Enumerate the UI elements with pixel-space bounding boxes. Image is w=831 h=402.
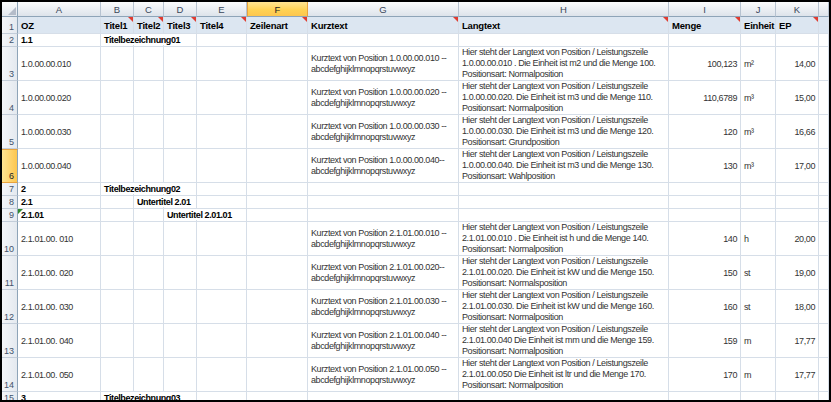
cell-i15[interactable] <box>669 392 741 402</box>
cell-e13[interactable] <box>197 324 247 358</box>
column-header-c[interactable]: C <box>134 2 164 17</box>
cell-k3-ep[interactable]: 14,00 <box>776 47 819 81</box>
cell-d9-title[interactable]: Untertitel 2.01.01 <box>164 209 197 222</box>
cell-a13-oz[interactable]: 2.1.01.00. 040 <box>18 324 101 358</box>
cell-j10-einheit[interactable]: h <box>741 222 776 256</box>
cell-g11-kurztext[interactable]: Kurztext von Position 2.1.01.00.020--abc… <box>308 256 459 290</box>
cell-d3[interactable] <box>164 47 197 81</box>
cell-f6-selected[interactable] <box>247 149 308 183</box>
cell-i8[interactable] <box>669 196 741 209</box>
cell-b2-title[interactable]: Titelbezeichnung01 <box>101 34 134 47</box>
cell-a15-oz[interactable]: 3 <box>18 392 101 402</box>
column-header-k[interactable]: K <box>776 2 819 17</box>
cell-e14[interactable] <box>197 358 247 392</box>
cell-b12[interactable] <box>101 290 134 324</box>
cell-g14-kurztext[interactable]: Kurztext von Position 2.1.01.00.050 --ab… <box>308 358 459 392</box>
row-header-15[interactable]: 15 <box>2 392 18 402</box>
cell-c10[interactable] <box>134 222 164 256</box>
cell-i13-menge[interactable]: 159 <box>669 324 741 358</box>
cell-a14-oz[interactable]: 2.1.01.00. 050 <box>18 358 101 392</box>
cell-l3[interactable] <box>819 47 829 81</box>
cell-l12[interactable] <box>819 290 829 324</box>
cell-k12-ep[interactable]: 18,00 <box>776 290 819 324</box>
cell-a9-oz[interactable]: 2.1.01 <box>18 209 101 222</box>
cell-c12[interactable] <box>134 290 164 324</box>
cell-k6-ep[interactable]: 17,00 <box>776 149 819 183</box>
cell-a10-oz[interactable]: 2.1.01.00. 010 <box>18 222 101 256</box>
row-header-9[interactable]: 9 <box>2 209 18 222</box>
row-header-13[interactable]: 13 <box>2 324 18 358</box>
cell-i6-menge[interactable]: 130 <box>669 149 741 183</box>
cell-j6-einheit[interactable]: m³ <box>741 149 776 183</box>
cell-c6[interactable] <box>134 149 164 183</box>
cell-f11[interactable] <box>247 256 308 290</box>
cell-b15-title[interactable]: Titelbezeichnung03 <box>101 392 134 402</box>
cell-l8[interactable] <box>819 196 829 209</box>
cell-g5-kurztext[interactable]: Kurztext von Position 1.0.00.00.030 --ab… <box>308 115 459 149</box>
cell-k1-ep-header[interactable]: EP <box>776 17 819 34</box>
cell-i1-menge-header[interactable]: Menge <box>669 17 741 34</box>
cell-h14-langtext[interactable]: Hier steht der Langtext von Position / L… <box>459 358 669 392</box>
cell-j8[interactable] <box>741 196 776 209</box>
cell-e12[interactable] <box>197 290 247 324</box>
cell-b4[interactable] <box>101 81 134 115</box>
row-header-6-selected[interactable]: 6 <box>2 149 18 183</box>
cell-h9[interactable] <box>459 209 669 222</box>
column-header-j[interactable]: J <box>741 2 776 17</box>
cell-e8[interactable] <box>197 196 247 209</box>
cell-e10[interactable] <box>197 222 247 256</box>
column-header-d[interactable]: D <box>164 2 197 17</box>
cell-f12[interactable] <box>247 290 308 324</box>
column-header-g[interactable]: G <box>308 2 459 17</box>
cell-g1-kurztext-header[interactable]: Kurztext <box>308 17 459 34</box>
cell-b7-title[interactable]: Titelbezeichnung02 <box>101 183 134 196</box>
cell-g2[interactable] <box>308 34 459 47</box>
select-all-button[interactable] <box>2 2 18 17</box>
column-header-a[interactable]: A <box>18 2 101 17</box>
cell-k10-ep[interactable]: 20,00 <box>776 222 819 256</box>
cell-i3-menge[interactable]: 100,123 <box>669 47 741 81</box>
column-header-e[interactable]: E <box>197 2 247 17</box>
cell-l7[interactable] <box>819 183 829 196</box>
cell-f1-zeilenart-header[interactable]: Zeilenart <box>247 17 308 34</box>
row-header-12[interactable]: 12 <box>2 290 18 324</box>
cell-c1-titel2-header[interactable]: Titel2 <box>134 17 164 34</box>
cell-d11[interactable] <box>164 256 197 290</box>
cell-f13[interactable] <box>247 324 308 358</box>
cell-h8[interactable] <box>459 196 669 209</box>
cell-f4[interactable] <box>247 81 308 115</box>
cell-f8[interactable] <box>247 196 308 209</box>
cell-l2[interactable] <box>819 34 829 47</box>
cell-j5-einheit[interactable]: m³ <box>741 115 776 149</box>
cell-k7[interactable] <box>776 183 819 196</box>
cell-b3[interactable] <box>101 47 134 81</box>
cell-h2[interactable] <box>459 34 669 47</box>
row-header-2[interactable]: 2 <box>2 34 18 47</box>
cell-e15[interactable] <box>197 392 247 402</box>
cell-f5[interactable] <box>247 115 308 149</box>
cell-f10[interactable] <box>247 222 308 256</box>
cell-a5-oz[interactable]: 1.0.00.00.030 <box>18 115 101 149</box>
cell-c5[interactable] <box>134 115 164 149</box>
cell-g9[interactable] <box>308 209 459 222</box>
cell-k11-ep[interactable]: 19,00 <box>776 256 819 290</box>
cell-h7[interactable] <box>459 183 669 196</box>
cell-i10-menge[interactable]: 140 <box>669 222 741 256</box>
cell-j4-einheit[interactable]: m³ <box>741 81 776 115</box>
cell-h12-langtext[interactable]: Hier steht der Langtext von Position / L… <box>459 290 669 324</box>
column-header-b[interactable]: B <box>101 2 134 17</box>
cell-c9[interactable] <box>134 209 164 222</box>
cell-b5[interactable] <box>101 115 134 149</box>
cell-i11-menge[interactable]: 150 <box>669 256 741 290</box>
cell-i4-menge[interactable]: 110,6789 <box>669 81 741 115</box>
cell-c8-title[interactable]: Untertitel 2.01 <box>134 196 164 209</box>
cell-h1-langtext-header[interactable]: Langtext <box>459 17 669 34</box>
cell-j3-einheit[interactable]: m² <box>741 47 776 81</box>
cell-l5[interactable] <box>819 115 829 149</box>
cell-k8[interactable] <box>776 196 819 209</box>
cell-k15[interactable] <box>776 392 819 402</box>
cell-d4[interactable] <box>164 81 197 115</box>
cell-c3[interactable] <box>134 47 164 81</box>
cell-b13[interactable] <box>101 324 134 358</box>
cell-g15[interactable] <box>308 392 459 402</box>
